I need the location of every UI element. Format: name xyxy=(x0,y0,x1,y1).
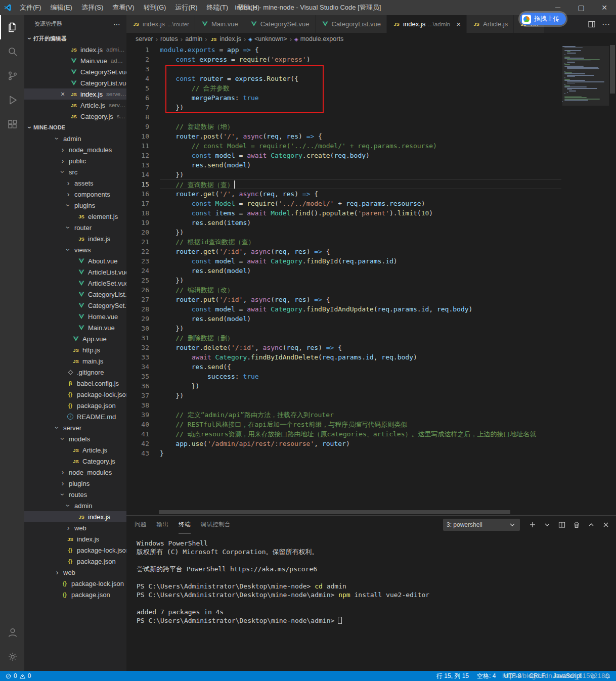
tree-item[interactable]: ArticleList.vue xyxy=(24,266,126,278)
menu-item[interactable]: 转到(G) xyxy=(139,0,171,15)
minimap-slider[interactable] xyxy=(562,46,609,106)
tab-index-js[interactable]: JSindex.js...\router xyxy=(126,15,195,33)
breadcrumb-item[interactable]: JSindex.js xyxy=(210,35,241,42)
close-icon[interactable]: × xyxy=(61,90,69,98)
tree-item[interactable]: ›router xyxy=(24,222,126,233)
code-line[interactable]: 4 const router = express.Router({ xyxy=(126,74,561,83)
tree-item[interactable]: JSindex.js xyxy=(24,233,126,244)
panel-tab[interactable]: 输出 xyxy=(157,516,169,533)
tree-item[interactable]: ›components xyxy=(24,189,126,200)
tree-item[interactable]: {}package-lock.json xyxy=(24,389,126,400)
open-editor-item[interactable]: JSCategory.jsserver\mo... xyxy=(24,111,126,122)
terminal-output[interactable]: Windows PowerShell版权所有 (C) Microsoft Cor… xyxy=(126,533,616,671)
tree-item[interactable]: ›web xyxy=(24,567,126,578)
problems-status[interactable]: 0 0 xyxy=(5,672,31,679)
menu-item[interactable]: 运行(R) xyxy=(170,0,202,15)
open-editors-header[interactable]: › 打开的编辑器 xyxy=(24,33,126,44)
code-line[interactable]: 29 res.send(model) xyxy=(126,314,561,324)
code-line[interactable]: 25 }) xyxy=(126,276,561,285)
tab-index-js[interactable]: JSindex.js...\admin× xyxy=(387,15,467,33)
extensions-icon[interactable] xyxy=(0,112,24,137)
open-editor-item[interactable]: JSArticle.jsserver\models xyxy=(24,100,126,111)
code-line[interactable]: 7 }) xyxy=(126,103,561,112)
code-line[interactable]: 21 // 根据id查询数据（查） xyxy=(126,237,561,247)
run-debug-icon[interactable] xyxy=(0,88,24,112)
code-line[interactable]: 31 // 删除数据（删） xyxy=(126,333,561,343)
code-line[interactable]: 18 const items = await Model.find().popu… xyxy=(126,208,561,218)
tree-item[interactable]: ›node_modules xyxy=(24,467,126,478)
tree-item[interactable]: {}package-lock.json xyxy=(24,544,126,556)
code-line[interactable]: 6 mergeParams: true xyxy=(126,93,561,103)
tree-item[interactable]: ›admin xyxy=(24,500,126,511)
source-control-icon[interactable] xyxy=(0,64,24,88)
open-editor-item[interactable]: CategoryList.vueadmi... xyxy=(24,77,126,88)
code-line[interactable]: 33 await Category.findByIdAndDelete(req.… xyxy=(126,352,561,362)
tree-item[interactable]: .gitignore xyxy=(24,367,126,378)
code-line[interactable]: 16 router.get('/', async(req, res) => { xyxy=(126,189,561,199)
kill-terminal-icon[interactable] xyxy=(573,521,581,529)
close-panel-icon[interactable] xyxy=(602,521,610,529)
tree-item[interactable]: Main.vue xyxy=(24,322,126,333)
code-line[interactable]: 5 // 合并参数 xyxy=(126,83,561,93)
tree-item[interactable]: ArticleSet.vue xyxy=(24,278,126,289)
code-line[interactable]: 24 res.send(model) xyxy=(126,266,561,276)
new-terminal-icon[interactable] xyxy=(529,521,537,529)
project-header[interactable]: › MINE-NODE xyxy=(24,122,126,133)
code-line[interactable]: 14 }) xyxy=(126,170,561,179)
code-line[interactable]: 41 // 动态resours资源，用来存放接口路由地址（原categories… xyxy=(126,429,561,439)
tree-item[interactable]: CategorySet.vue xyxy=(24,300,126,311)
code-line[interactable]: 8 xyxy=(126,112,561,122)
open-editor-item[interactable]: ×JSindex.jsserver\routes\a... xyxy=(24,88,126,100)
menu-item[interactable]: 终端(T) xyxy=(202,0,233,15)
tree-item[interactable]: ›views xyxy=(24,244,126,255)
terminal-shell-select[interactable]: 3: powershell xyxy=(443,519,520,531)
tree-item[interactable]: {}package.json xyxy=(24,400,126,411)
explorer-icon[interactable] xyxy=(0,15,24,39)
tree-item[interactable]: ›models xyxy=(24,433,126,444)
account-icon[interactable] xyxy=(0,620,24,645)
code-line[interactable]: 42 app.use('/admin/api/rest/:resourse', … xyxy=(126,439,561,448)
horizontal-scrollbar[interactable] xyxy=(126,509,616,515)
open-editor-item[interactable]: CategorySet.vueadmi... xyxy=(24,66,126,77)
code-line[interactable]: 26 // 编辑数据（改） xyxy=(126,285,561,295)
breadcrumb-item[interactable]: ◈module.exports xyxy=(294,35,343,42)
menu-item[interactable]: 选择(S) xyxy=(77,0,108,15)
code-line[interactable]: 37 }) xyxy=(126,391,561,400)
tree-item[interactable]: ›node_modules xyxy=(24,144,126,155)
tree-item[interactable]: {}package.json xyxy=(24,556,126,567)
code-editor[interactable]: 1module.exports = app => {2 const expres… xyxy=(126,45,616,509)
tree-item[interactable]: JSindex.js xyxy=(24,511,126,522)
tree-item[interactable]: ›assets xyxy=(24,177,126,189)
tree-item[interactable]: iREADME.md xyxy=(24,411,126,422)
tree-item[interactable]: CategoryList.vue xyxy=(24,289,126,300)
open-editor-item[interactable]: Main.vueadmin\src\vi... xyxy=(24,55,126,66)
code-line[interactable]: 11 // const Model = require('../../model… xyxy=(126,141,561,151)
code-line[interactable]: 17 const Model = require('../../model/' … xyxy=(126,199,561,208)
more-actions-icon[interactable]: ⋯ xyxy=(602,19,610,29)
tree-item[interactable]: ›admin xyxy=(24,133,126,144)
tab-main-vue[interactable]: Main.vue xyxy=(195,15,244,33)
code-line[interactable]: 9 // 新建数据（增） xyxy=(126,122,561,131)
code-line[interactable]: 10 router.post('/', async(req, res) => { xyxy=(126,131,561,141)
vertical-scrollbar[interactable] xyxy=(609,45,616,509)
code-line[interactable]: 2 const express = require('express') xyxy=(126,55,561,64)
code-line[interactable]: 32 router.delete('/:id', async(req, res)… xyxy=(126,343,561,352)
code-line[interactable]: 23 const model = await Category.findById… xyxy=(126,256,561,266)
code-line[interactable]: 36 }) xyxy=(126,381,561,391)
close-icon[interactable]: ✕ xyxy=(593,0,616,15)
drag-upload-button[interactable]: 拖拽上传 xyxy=(520,13,566,25)
code-line[interactable]: 40 // RESTful风格接口，在api后加一个rest前缀，与程序员编写代… xyxy=(126,420,561,429)
tree-item[interactable]: Home.vue xyxy=(24,311,126,322)
breadcrumb-item[interactable]: ◈<unknown> xyxy=(248,35,287,42)
menu-item[interactable]: 查看(V) xyxy=(108,0,139,15)
code-line[interactable]: 20 }) xyxy=(126,228,561,237)
breadcrumb-item[interactable]: server xyxy=(136,35,153,42)
tree-item[interactable]: βbabel.config.js xyxy=(24,378,126,389)
tree-item[interactable]: ›server xyxy=(24,422,126,433)
menu-item[interactable]: 编辑(E) xyxy=(46,0,77,15)
tree-item[interactable]: ›src xyxy=(24,166,126,177)
tree-item[interactable]: App.vue xyxy=(24,333,126,344)
code-line[interactable]: 19 res.send(items) xyxy=(126,218,561,228)
code-line[interactable]: 39 // 定义“admin/api”路由方法，挂载存入到router xyxy=(126,410,561,420)
code-line[interactable]: 28 const model = await Category.findById… xyxy=(126,304,561,314)
